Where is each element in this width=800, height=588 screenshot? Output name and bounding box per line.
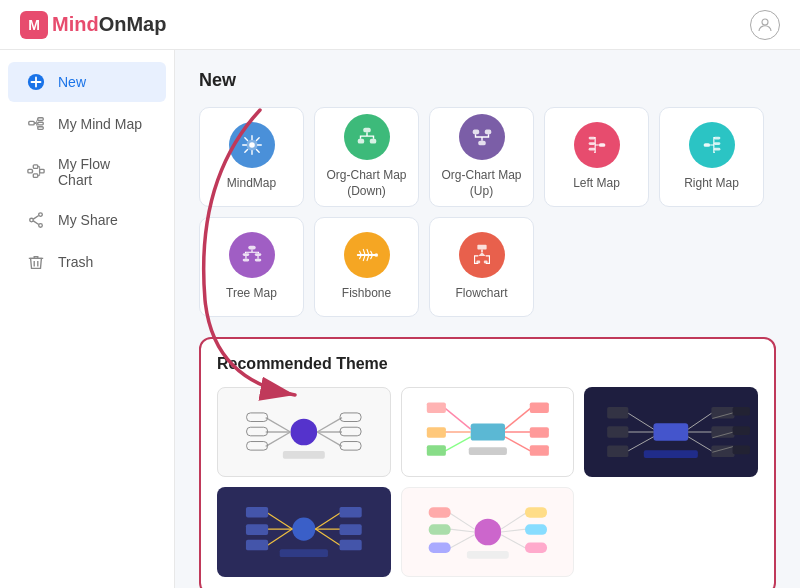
left-map-icon-circle — [574, 122, 620, 168]
svg-line-112 — [501, 535, 526, 548]
sidebar-item-new-label: New — [58, 74, 86, 90]
svg-rect-45 — [247, 442, 268, 451]
sidebar-item-trash[interactable]: Trash — [8, 242, 166, 282]
svg-rect-25 — [703, 143, 710, 147]
sidebar-item-my-mind-map[interactable]: My Mind Map — [8, 104, 166, 144]
svg-line-72 — [628, 437, 654, 451]
theme-card-5[interactable] — [401, 487, 575, 577]
flowchart-icon-circle — [459, 232, 505, 278]
svg-point-87 — [292, 518, 315, 541]
right-map-label: Right Map — [684, 176, 739, 192]
user-avatar-icon[interactable] — [750, 10, 780, 40]
svg-point-101 — [474, 519, 501, 546]
map-card-flowchart[interactable]: Flowchart — [429, 217, 534, 317]
svg-rect-27 — [713, 142, 720, 145]
svg-rect-57 — [426, 427, 445, 437]
svg-rect-18 — [478, 141, 485, 146]
map-card-left-map[interactable]: Left Map — [544, 107, 649, 207]
svg-rect-75 — [712, 407, 735, 419]
share-icon — [26, 210, 46, 230]
svg-rect-93 — [246, 540, 268, 551]
svg-line-108 — [501, 513, 526, 529]
flow-chart-icon — [26, 162, 46, 182]
svg-rect-24 — [588, 148, 595, 151]
svg-rect-38 — [483, 261, 487, 264]
logo[interactable]: M MindOnMap — [20, 11, 166, 39]
svg-line-102 — [449, 513, 474, 529]
map-card-org-chart-down[interactable]: Org-Chart Map(Down) — [314, 107, 419, 207]
svg-rect-86 — [644, 450, 698, 458]
svg-rect-53 — [470, 423, 504, 440]
header: M MindOnMap — [0, 0, 800, 50]
map-card-mindmap[interactable]: MindMap — [199, 107, 304, 207]
svg-rect-103 — [428, 507, 450, 517]
org-chart-down-icon-circle — [344, 114, 390, 160]
map-card-right-map[interactable]: Right Map — [659, 107, 764, 207]
new-section-title: New — [199, 70, 776, 91]
sidebar-item-my-share-label: My Share — [58, 212, 118, 228]
svg-rect-51 — [340, 442, 361, 451]
svg-rect-111 — [525, 524, 547, 534]
svg-point-11 — [39, 224, 43, 228]
svg-point-12 — [30, 218, 34, 222]
svg-line-110 — [501, 529, 526, 532]
theme-card-3[interactable] — [584, 387, 758, 477]
map-type-grid: MindMap Org-Chart Map(Down) — [199, 107, 776, 317]
map-card-tree-map[interactable]: Tree Map — [199, 217, 304, 317]
theme-card-1[interactable] — [217, 387, 391, 477]
svg-rect-89 — [246, 507, 268, 518]
sidebar-item-my-mind-map-label: My Mind Map — [58, 116, 142, 132]
trash-icon — [26, 252, 46, 272]
svg-rect-67 — [654, 423, 689, 440]
org-chart-down-label: Org-Chart Map(Down) — [326, 168, 406, 199]
svg-line-58 — [445, 437, 471, 451]
svg-rect-15 — [363, 128, 370, 133]
svg-point-14 — [249, 142, 255, 148]
svg-line-46 — [317, 418, 342, 432]
right-map-icon-circle — [689, 122, 735, 168]
svg-rect-4 — [38, 122, 43, 125]
svg-rect-91 — [246, 524, 268, 535]
map-card-fishbone[interactable]: Fishbone — [314, 217, 419, 317]
svg-rect-22 — [588, 137, 595, 140]
svg-rect-63 — [529, 427, 548, 437]
svg-rect-23 — [588, 142, 595, 145]
svg-rect-17 — [369, 139, 376, 144]
mindmap-label: MindMap — [227, 176, 276, 192]
svg-rect-105 — [428, 524, 450, 534]
theme-card-2[interactable] — [401, 387, 575, 477]
svg-rect-37 — [476, 261, 480, 264]
svg-rect-52 — [283, 451, 325, 459]
svg-rect-26 — [713, 137, 720, 140]
sidebar-item-my-share[interactable]: My Share — [8, 200, 166, 240]
svg-rect-35 — [477, 245, 486, 250]
svg-line-78 — [689, 437, 713, 451]
svg-rect-109 — [525, 507, 547, 517]
svg-rect-8 — [33, 174, 38, 178]
svg-rect-66 — [468, 447, 506, 455]
svg-rect-77 — [712, 426, 735, 438]
svg-rect-2 — [29, 121, 34, 125]
svg-rect-32 — [254, 253, 260, 256]
svg-point-34 — [374, 253, 378, 257]
svg-rect-31 — [242, 259, 249, 262]
main-layout: New My Mind Map — [0, 50, 800, 588]
svg-rect-49 — [340, 427, 361, 436]
svg-line-74 — [689, 413, 713, 429]
svg-rect-19 — [472, 130, 479, 135]
flowchart-label: Flowchart — [455, 286, 507, 302]
theme-card-4[interactable] — [217, 487, 391, 577]
sidebar-item-new[interactable]: New — [8, 62, 166, 102]
svg-line-64 — [505, 437, 531, 451]
svg-line-88 — [267, 513, 292, 529]
logo-text: MindOnMap — [52, 13, 166, 36]
svg-point-10 — [39, 213, 43, 217]
svg-line-44 — [266, 432, 291, 446]
mind-map-icon — [26, 114, 46, 134]
svg-rect-69 — [607, 407, 628, 419]
svg-rect-100 — [280, 549, 328, 557]
map-card-org-chart-up[interactable]: Org-Chart Map (Up) — [429, 107, 534, 207]
svg-marker-36 — [478, 252, 485, 256]
theme-grid — [217, 387, 758, 577]
sidebar-item-my-flow-chart[interactable]: My Flow Chart — [8, 146, 166, 198]
